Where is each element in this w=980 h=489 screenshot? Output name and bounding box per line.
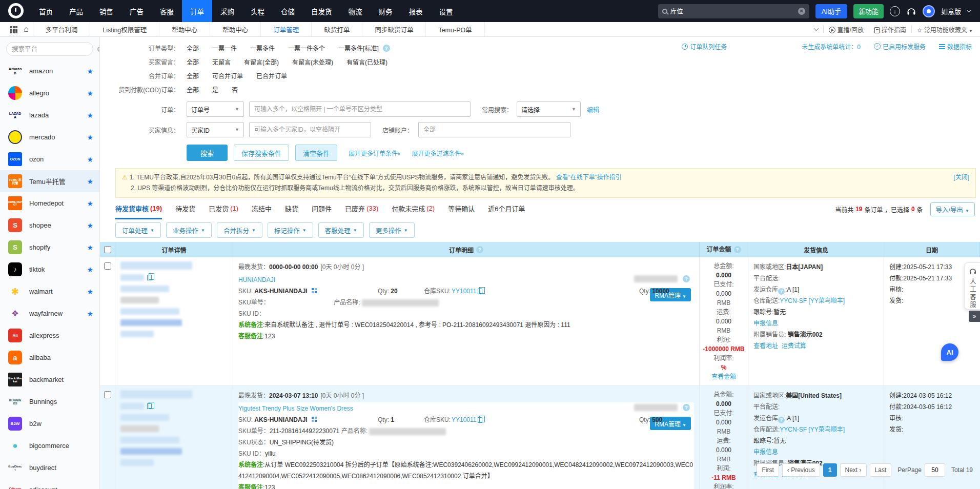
warehouse-sku-link[interactable]: YY10011 [452, 414, 477, 425]
platform-item[interactable]: Amazon amazon ★ [0, 60, 99, 82]
platform-item[interactable]: ❖ wayfairnew ★ [0, 302, 99, 324]
product-link[interactable]: HUNIANDAJI [238, 276, 275, 283]
global-search-input[interactable] [670, 8, 795, 15]
collapse-panel-button[interactable]: » [969, 311, 980, 322]
bulk-action-button[interactable]: 客服处理▼ [318, 222, 364, 238]
star-icon[interactable]: ★ [87, 310, 93, 318]
star-icon[interactable]: ★ [87, 266, 93, 274]
star-icon[interactable]: ★ [87, 177, 93, 186]
sku-grid-icon[interactable] [312, 417, 314, 419]
platform-item[interactable]: BuyDirect buydirect ★ [0, 457, 99, 479]
platform-item[interactable]: S shopify ★ [0, 236, 99, 258]
status-tab[interactable]: 缺货 [285, 199, 298, 219]
platform-item[interactable]: Back Market backmarket ★ [0, 369, 99, 391]
per-page-input[interactable] [925, 463, 945, 477]
filter-option[interactable]: 一票多件[标准] [338, 44, 379, 52]
platform-search-input[interactable] [12, 46, 94, 53]
new-features-button[interactable]: 新功能 [853, 4, 884, 18]
platform-item[interactable]: B2W b2w ★ [0, 413, 99, 435]
home-icon[interactable]: ⌂ [24, 25, 29, 34]
page-tab[interactable]: 帮助中心 [210, 22, 260, 36]
copy-icon[interactable] [478, 289, 482, 294]
import-export-button[interactable]: 导入/导出▼ [930, 202, 975, 216]
first-page-button[interactable]: First [757, 463, 779, 477]
help-icon[interactable]: ? [778, 417, 785, 423]
customer-service-tab[interactable]: 人工客服 [965, 262, 980, 310]
page-tab[interactable]: 多平台利润 [33, 22, 90, 36]
buyer-id-input[interactable] [249, 122, 371, 137]
row-checkbox[interactable] [104, 391, 111, 398]
buyer-type-select[interactable]: 买家ID▼ [187, 122, 244, 137]
help-icon[interactable]: ? [476, 246, 483, 253]
collapse-tabs-icon[interactable] [813, 26, 819, 31]
filter-option[interactable]: 有留言(已处理) [346, 57, 387, 66]
status-tab[interactable]: 付款未完成 (2) [392, 199, 435, 219]
star-icon[interactable]: ★ [87, 288, 93, 296]
filter-option[interactable]: 否 [232, 85, 238, 94]
tagged-service-link[interactable]: ✓已启用标发服务 [874, 42, 926, 51]
status-tab[interactable]: 待发货 [175, 199, 195, 219]
main-menu-item[interactable]: 物流 [340, 0, 371, 22]
warehouse-channel-link[interactable]: YYCN-SF [YY菜鸟顺丰] [780, 426, 845, 433]
status-tab[interactable]: 等待确认 [448, 199, 475, 219]
view-amount-link[interactable]: 查看金额 [711, 373, 736, 380]
unsynced-stats-link[interactable]: 未生成系统单统计：0 [802, 42, 861, 51]
status-tab[interactable]: 冻结中 [252, 199, 272, 219]
bulk-action-button[interactable]: 合并拆分▼ [217, 222, 262, 238]
filter-option[interactable]: 一票一件多个 [288, 44, 325, 52]
platform-item[interactable]: ● bigcommerce ★ [0, 435, 99, 457]
star-icon[interactable]: ★ [87, 155, 93, 164]
order-type-select[interactable]: 订单号▼ [187, 101, 244, 117]
platform-item[interactable]: ✱ walmart ★ [0, 280, 99, 302]
common-search-select[interactable]: 请选择▼ [517, 101, 581, 117]
platform-item[interactable]: allegro ★ [0, 82, 99, 104]
filter-option[interactable]: 全部 [187, 44, 199, 52]
filter-option[interactable]: 全部 [187, 57, 199, 66]
warehouse-sku-link[interactable]: YY10011 [452, 286, 477, 297]
filter-option[interactable]: 无留言 [212, 57, 231, 66]
main-menu-item[interactable]: 产品 [61, 0, 91, 22]
help-icon[interactable]: ? [778, 288, 785, 295]
live-replay-link[interactable]: 直播/回放 [829, 25, 864, 34]
page-tab[interactable]: Listing权限管理 [90, 22, 159, 36]
headset-icon[interactable] [906, 6, 916, 16]
global-search[interactable]: ✕ [658, 4, 809, 18]
product-link[interactable]: Yigutest Trendy Plus Size Women's Dress [238, 405, 353, 412]
main-menu-item[interactable]: 采购 [212, 0, 242, 22]
copy-icon[interactable] [478, 417, 482, 423]
platform-item[interactable]: OZON ozon ★ [0, 148, 99, 170]
chevron-down-icon[interactable] [967, 8, 972, 13]
platform-item[interactable]: S shopee ★ [0, 214, 99, 236]
platform-item[interactable]: BUNNINGS Bunnings ★ [0, 391, 99, 413]
star-icon[interactable]: ★ [87, 133, 93, 141]
platform-item[interactable]: Ali aliexpress ★ [0, 324, 99, 347]
main-menu-item[interactable]: 订单 [182, 0, 212, 22]
page-tab[interactable]: 订单管理 [260, 22, 311, 36]
user-avatar[interactable] [923, 5, 935, 17]
platform-item[interactable]: ♪ tiktok ★ [0, 258, 99, 280]
main-menu-item[interactable]: 设置 [431, 0, 461, 22]
operation-guide-link[interactable]: 操作指南 [874, 25, 906, 34]
main-menu-item[interactable]: 客服 [152, 0, 182, 22]
next-page-button[interactable]: Next › [840, 463, 867, 477]
filter-option[interactable]: 有留言(未处理) [292, 57, 333, 66]
platform-item[interactable]: TEMU 半托管 Temu半托管 ★ [0, 170, 99, 192]
main-menu-item[interactable]: 首页 [31, 0, 61, 22]
ai-assistant-button[interactable]: AI助手 [815, 4, 847, 18]
platform-item[interactable]: mercado ★ [0, 126, 99, 148]
row-checkbox[interactable] [104, 262, 111, 270]
view-address-link[interactable]: 查看地址 [753, 342, 778, 350]
declare-info-link[interactable]: 申报信息 [753, 449, 778, 456]
ai-chat-button[interactable]: AI [941, 343, 958, 361]
save-search-button[interactable]: 保存搜索条件 [234, 145, 289, 161]
warehouse-channel-link[interactable]: YYCN-SF [YY菜鸟顺丰] [780, 297, 845, 304]
search-button[interactable]: 搜索 [187, 145, 228, 161]
main-menu-item[interactable]: 头程 [242, 0, 273, 22]
current-page-button[interactable]: 1 [823, 463, 837, 477]
bulk-action-button[interactable]: 标记操作▼ [268, 222, 313, 238]
platform-item[interactable]: LAZADA lazada ★ [0, 104, 99, 126]
filter-option[interactable]: 可合并订单 [212, 71, 243, 80]
declare-info-link[interactable]: 申报信息 [753, 320, 778, 327]
filter-option[interactable]: 全部 [187, 85, 199, 94]
clear-conditions-button[interactable]: 清空条件 [295, 145, 337, 161]
